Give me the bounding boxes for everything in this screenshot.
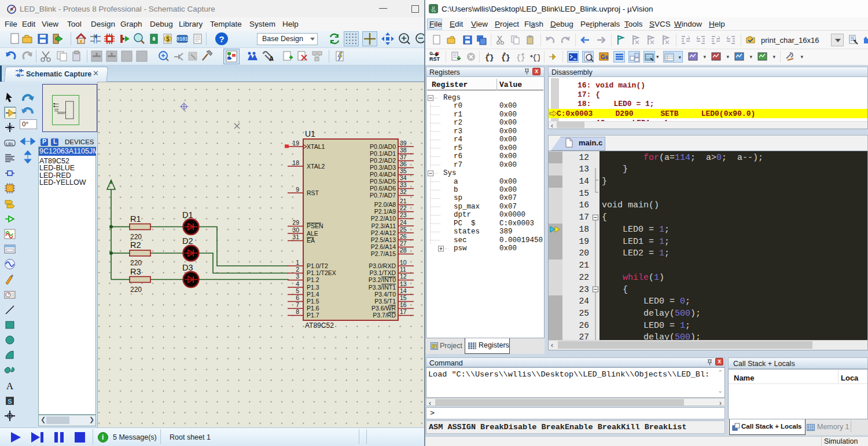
svg-text:6: 6	[296, 294, 299, 301]
svg-text:S: S	[8, 398, 12, 405]
svg-text:XTAL1: XTAL1	[307, 143, 325, 150]
svg-text:ALE: ALE	[307, 230, 318, 237]
svg-text:P0.4/AD4: P0.4/AD4	[370, 171, 396, 178]
svg-text:$: $	[166, 36, 170, 42]
svg-text:22: 22	[400, 204, 407, 211]
svg-text:19: 19	[292, 140, 299, 147]
svg-text:P0.1/AD1: P0.1/AD1	[370, 150, 396, 157]
svg-text:P1.5: P1.5	[307, 298, 319, 305]
svg-text:29: 29	[292, 219, 299, 226]
svg-text:P2.1/A9: P2.1/A9	[374, 208, 396, 215]
svg-text:P0.7/AD7: P0.7/AD7	[370, 192, 396, 199]
svg-text:{}: {}	[532, 53, 540, 62]
svg-text:P1.1/T2EX: P1.1/T2EX	[307, 269, 336, 276]
svg-text:P1.2: P1.2	[307, 276, 319, 283]
svg-text:EA: EA	[307, 237, 315, 244]
svg-text:RST: RST	[429, 56, 440, 62]
svg-text:39: 39	[400, 140, 407, 147]
svg-text:24: 24	[400, 219, 407, 226]
svg-text:P2.5/A13: P2.5/A13	[371, 236, 396, 243]
svg-text:P0.6/AD6: P0.6/AD6	[370, 185, 396, 192]
svg-text:PSEN: PSEN	[307, 222, 323, 229]
svg-text:P3.6/WR: P3.6/WR	[372, 305, 396, 312]
svg-text:26: 26	[400, 233, 407, 240]
svg-text:P2.7/A15: P2.7/A15	[371, 250, 396, 257]
svg-text:P1.6: P1.6	[307, 305, 319, 312]
svg-text:A: A	[6, 381, 14, 392]
svg-text:16: 16	[400, 301, 407, 308]
svg-text:P2.2/A10: P2.2/A10	[371, 215, 396, 222]
svg-text:P0.0/AD0: P0.0/AD0	[370, 143, 396, 150]
svg-text:3: 3	[296, 273, 299, 280]
svg-text:P0.2/AD2: P0.2/AD2	[370, 157, 396, 164]
svg-text:33: 33	[400, 181, 407, 188]
svg-text:17: 17	[400, 308, 407, 315]
svg-text:U1: U1	[305, 129, 315, 138]
svg-text:LBL: LBL	[6, 141, 14, 146]
svg-text:4: 4	[296, 280, 299, 287]
svg-text:P3.1/TXD: P3.1/TXD	[369, 269, 396, 276]
svg-text:R1: R1	[130, 214, 141, 224]
svg-text:38: 38	[400, 147, 407, 153]
svg-text:9: 9	[296, 186, 299, 193]
svg-text:15: 15	[400, 294, 407, 301]
svg-text:RST: RST	[307, 189, 319, 196]
svg-text:AT89C52: AT89C52	[305, 321, 334, 330]
svg-text:D3: D3	[182, 263, 193, 272]
svg-text:35: 35	[400, 167, 407, 174]
svg-text:{}: {}	[516, 53, 525, 62]
svg-text:220: 220	[130, 233, 142, 241]
svg-text:D2: D2	[182, 236, 193, 246]
svg-text:Gs: Gs	[601, 54, 609, 60]
svg-text:12: 12	[400, 273, 407, 280]
svg-text:P3.4/T0: P3.4/T0	[374, 291, 396, 298]
svg-text:P2.0/A8: P2.0/A8	[374, 201, 396, 208]
svg-text:34: 34	[400, 174, 407, 181]
svg-text:32: 32	[400, 188, 407, 195]
svg-text:5: 5	[296, 287, 299, 294]
svg-text:25: 25	[400, 226, 407, 233]
svg-text:Vs: Vs	[431, 9, 436, 13]
svg-text:10: 10	[400, 259, 407, 266]
svg-text:7: 7	[296, 301, 299, 308]
svg-text:A: A	[269, 55, 274, 62]
svg-text:D1: D1	[182, 210, 193, 220]
svg-text:30: 30	[292, 226, 299, 233]
svg-text:P2.3/A11: P2.3/A11	[372, 222, 396, 229]
svg-text:P3.2/INT0: P3.2/INT0	[369, 276, 396, 283]
svg-text:11: 11	[400, 266, 406, 273]
svg-text:P1.7: P1.7	[307, 312, 319, 319]
svg-text:P1.0/T2: P1.0/T2	[307, 262, 328, 269]
svg-text:P0.3/AD3: P0.3/AD3	[370, 164, 396, 171]
svg-text:0101: 0101	[176, 36, 188, 42]
svg-text:23: 23	[400, 211, 407, 218]
svg-text:P1.3: P1.3	[307, 284, 319, 291]
svg-text:?: ?	[219, 34, 224, 44]
svg-text:8: 8	[296, 308, 299, 315]
svg-text:P3.7/RD: P3.7/RD	[373, 312, 396, 319]
svg-text:36: 36	[400, 160, 407, 167]
svg-text:P3.5/T1: P3.5/T1	[374, 298, 396, 305]
svg-text:31: 31	[292, 233, 299, 240]
svg-text:37: 37	[400, 153, 407, 160]
svg-text:27: 27	[400, 240, 407, 247]
svg-text:P2.4/A12: P2.4/A12	[371, 229, 396, 236]
svg-text:{}: {}	[501, 53, 510, 62]
svg-text:18: 18	[292, 159, 299, 166]
svg-text:P1.4: P1.4	[307, 291, 319, 298]
svg-text:220: 220	[130, 286, 142, 294]
svg-text:R2: R2	[130, 240, 141, 250]
svg-text:28: 28	[400, 247, 407, 254]
svg-text:21: 21	[400, 198, 407, 204]
svg-text:14: 14	[400, 287, 407, 294]
svg-text:P3.0/RXD: P3.0/RXD	[369, 262, 396, 269]
svg-text:P3.3/INT1: P3.3/INT1	[369, 284, 396, 291]
svg-text:1: 1	[296, 259, 299, 266]
svg-text:13: 13	[400, 280, 407, 287]
svg-text:220: 220	[130, 259, 142, 267]
svg-text:P2.6/A14: P2.6/A14	[371, 243, 396, 250]
svg-text:P0.5/AD5: P0.5/AD5	[370, 178, 396, 185]
svg-text:XTAL2: XTAL2	[307, 163, 325, 170]
svg-text:R3: R3	[130, 267, 141, 276]
svg-text:2: 2	[296, 266, 299, 273]
